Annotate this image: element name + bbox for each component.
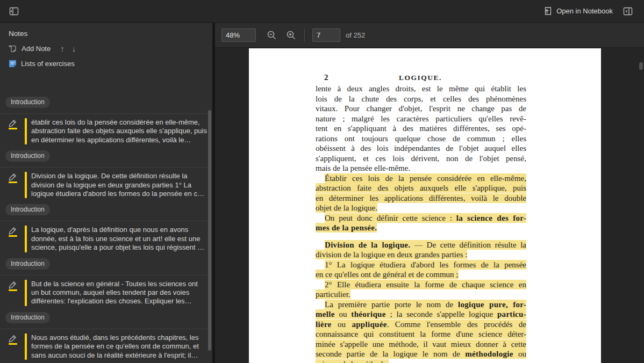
annotation-card[interactable]: Introduction xyxy=(0,92,212,113)
text-line: objet de la logique. xyxy=(316,203,526,213)
text-line: mais de la pensée elle-même. xyxy=(316,163,526,173)
annotation-color-swatch xyxy=(9,128,17,129)
app-body: Notes Add Note ↑ ↓ xyxy=(0,23,644,363)
text-line: On peut donc définir cette science : la … xyxy=(316,213,526,223)
text-line: rations ont toujours quelque chose de co… xyxy=(316,134,526,144)
add-note-icon[interactable] xyxy=(9,45,17,53)
running-title: LOGIQUE. xyxy=(316,74,525,82)
panel-left-icon xyxy=(9,6,19,16)
sidebar-title: Notes xyxy=(9,30,212,38)
annotation-body: Division de la logique. De cette définit… xyxy=(5,172,207,198)
annotation-text: La logique, d'après la définition que no… xyxy=(31,226,207,252)
text-line: division de la logique en deux grandes p… xyxy=(316,250,526,260)
open-in-notebook-icon xyxy=(543,6,552,16)
highlight-note-icon xyxy=(9,119,18,129)
toggle-left-sidebar-button[interactable] xyxy=(6,4,22,19)
annotation-card[interactable]: Nous avons étudié, dans les précédents c… xyxy=(0,329,212,363)
annotation-tag[interactable]: Introduction xyxy=(5,150,50,162)
pdf-page: 2 LOGIQUE. lente à deux angles droits, e… xyxy=(249,48,601,363)
annotation-card[interactable]: La logique, d'après la définition que no… xyxy=(0,221,212,274)
annotation-gutter xyxy=(5,118,25,144)
zoom-out-button[interactable] xyxy=(263,30,280,40)
annotation-gutter xyxy=(5,333,25,360)
toolbar-divider xyxy=(304,29,305,42)
text-line: 1° La logique étudiera d'abord les forme… xyxy=(316,260,526,270)
annotation-color-swatch xyxy=(9,343,17,345)
move-down-arrow-icon[interactable]: ↓ xyxy=(72,44,76,53)
annotation-tag[interactable]: Introduction xyxy=(5,312,50,323)
add-note-label[interactable]: Add Note xyxy=(22,45,51,53)
annotation-text: Division de la logique. De cette définit… xyxy=(31,172,207,198)
annotation-text: établir ces lois do la pensée considérée… xyxy=(31,118,207,144)
note-sort-arrows: ↑ ↓ xyxy=(60,44,76,53)
reader-main: of 252 2 LOGIQUE. lente à deux angles dr… xyxy=(215,23,644,363)
annotation-text: But de la science en général - Toutes le… xyxy=(31,280,207,306)
annotation-color-bar xyxy=(25,280,27,306)
text-line: La première partie porte le nom de logiq… xyxy=(316,300,526,310)
highlight-note-icon xyxy=(9,173,18,183)
book-text: lente à deux angles droits, est le même … xyxy=(316,84,526,363)
annotation-gutter xyxy=(5,280,25,306)
text-line: Division de la logique. — De cette défin… xyxy=(316,240,526,250)
annotations-list: Introduction établir ces lois do la pens… xyxy=(0,92,212,363)
reader-toolbar: of 252 xyxy=(215,23,644,48)
text-line: mes de la pensée. xyxy=(316,223,526,233)
document-viewer[interactable]: 2 LOGIQUE. lente à deux angles droits, e… xyxy=(215,48,644,363)
annotation-body: Nous avons étudié, dans les précédents c… xyxy=(5,333,207,360)
lists-of-exercises-label: Lists of exercises xyxy=(21,60,75,68)
top-bar: Open in Notebook xyxy=(0,0,644,23)
annotation-color-swatch xyxy=(9,182,17,183)
text-line: en ce qu'elles ont de général et de comm… xyxy=(316,270,526,280)
page-header: 2 LOGIQUE. xyxy=(316,73,525,84)
text-line: connaissance qui constituent la forme d'… xyxy=(316,329,526,339)
annotation-color-swatch xyxy=(9,235,17,237)
annotation-gutter xyxy=(5,226,25,252)
zoom-in-button[interactable] xyxy=(283,30,299,40)
text-line: 2° Elle étudiera ensuite la forme de cha… xyxy=(316,280,526,290)
notes-sidebar: Notes Add Note ↑ ↓ xyxy=(0,23,215,363)
text-line: minée s'appelle une méthode, il vaut mie… xyxy=(316,339,526,350)
text-line: obéissent à des lois indépendantes de l'… xyxy=(316,143,526,154)
text-line: melle ou théorique ; la seconde s'appell… xyxy=(316,309,526,320)
text-line: Établir ces lois de la pensée considérée… xyxy=(316,173,526,184)
text-line: s'appliquent, et ces lois dérivent, non … xyxy=(316,154,526,164)
text-line: abstraction faite des objets auxquels el… xyxy=(316,183,526,193)
annotation-card[interactable]: Division de la logique. De cette définit… xyxy=(0,168,212,221)
text-line: lière ou appliquée. Comme l'ensemble des… xyxy=(316,320,526,330)
page-number-input[interactable] xyxy=(312,28,340,42)
toggle-context-pane-button[interactable] xyxy=(620,4,635,19)
annotation-body: But de la science en général - Toutes le… xyxy=(5,280,207,306)
add-note-row: Add Note ↑ ↓ xyxy=(9,44,212,53)
annotation-body: établir ces lois do la pensée considérée… xyxy=(5,118,207,144)
highlight-note-icon xyxy=(9,281,18,291)
text-line: en déterminer les applications différent… xyxy=(316,193,526,204)
paragraph-gap xyxy=(316,233,526,240)
text-line: lente à deux angles droits, est le même … xyxy=(316,84,526,94)
text-line: science de la méthode. xyxy=(316,359,526,363)
viewer-scrollbar-thumb[interactable] xyxy=(639,62,643,70)
annotation-tag[interactable]: Introduction xyxy=(5,97,50,108)
open-in-notebook-button[interactable]: Open in Notebook xyxy=(543,6,613,16)
zoom-level-input[interactable] xyxy=(221,28,256,42)
lists-of-exercises-item[interactable]: Lists of exercises xyxy=(9,60,212,68)
sidebar-scrollbar-thumb[interactable] xyxy=(208,110,211,351)
text-line: nature ; malgré les caractères particuli… xyxy=(316,114,526,124)
annotation-color-bar xyxy=(25,172,27,198)
panel-right-icon xyxy=(623,6,633,16)
text-line: particulier. xyxy=(316,289,526,300)
annotation-color-bar xyxy=(25,333,27,360)
note-document-icon xyxy=(9,60,17,68)
open-in-notebook-label: Open in Notebook xyxy=(556,7,613,15)
annotation-gutter xyxy=(5,172,25,198)
annotation-tag[interactable]: Introduction xyxy=(5,258,50,270)
highlight-note-icon xyxy=(9,335,18,345)
annotation-card[interactable]: établir ces lois do la pensée considérée… xyxy=(0,114,212,167)
text-line: lois de la chute des corps, et celles de… xyxy=(316,94,526,104)
text-line: tent en s'appliquant à des matières diff… xyxy=(316,124,526,134)
annotation-card[interactable]: But de la science en général - Toutes le… xyxy=(0,275,212,329)
annotation-tag[interactable]: Introduction xyxy=(5,204,50,215)
move-up-arrow-icon[interactable]: ↑ xyxy=(60,44,65,53)
text-line: vitaux. Pour changer d'objet, l'esprit n… xyxy=(316,104,526,114)
highlight-note-icon xyxy=(9,227,18,237)
annotation-body: La logique, d'après la définition que no… xyxy=(5,226,207,252)
